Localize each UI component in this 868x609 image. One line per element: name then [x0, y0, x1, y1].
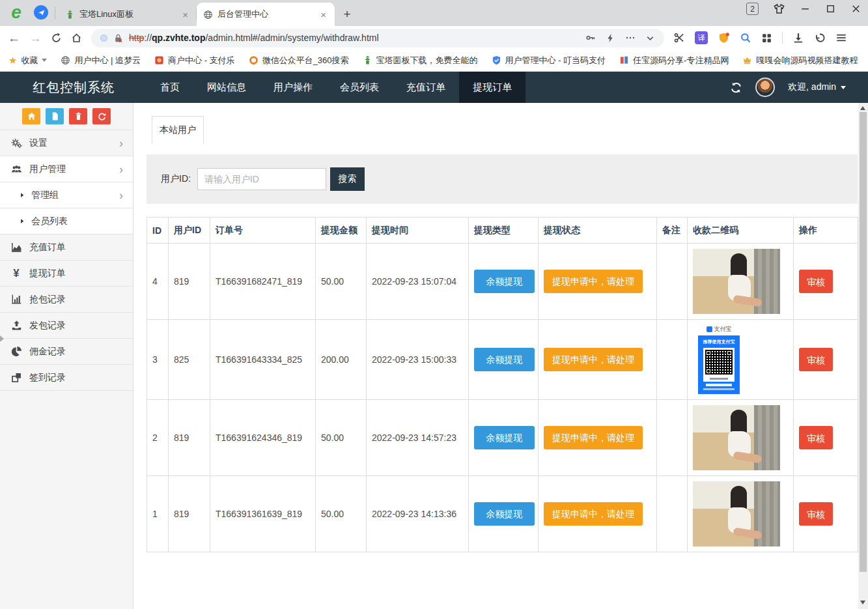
nav-item-home[interactable]: 首页	[147, 72, 193, 103]
tab-close-icon[interactable]: ×	[318, 9, 328, 20]
cell-action: 审核	[794, 244, 858, 320]
bookmark-item[interactable]: 用户管理中心 - 叮当码支付	[492, 55, 606, 66]
avatar[interactable]	[755, 78, 775, 97]
translate-icon[interactable]: 译	[695, 31, 708, 44]
apps-grid-icon[interactable]	[761, 33, 772, 44]
table-row: 4 819 T166391682471_819 50.00 2022-09-23…	[147, 244, 858, 320]
tab-close-icon[interactable]: ×	[180, 9, 190, 20]
cell-qr: 支付宝 推荐使用支付宝	[688, 400, 794, 476]
browser-account-icon[interactable]	[34, 5, 48, 20]
withdraw-status-badge[interactable]: 提现申请中，请处理	[544, 270, 643, 293]
search-button[interactable]: 搜索	[330, 167, 365, 191]
browser-toolbar: ← → http://qp.zvhte.top/admin.html#/admi…	[0, 26, 868, 50]
receipt-photo[interactable]	[693, 249, 780, 314]
withdraw-type-badge[interactable]: 余额提现	[474, 348, 535, 371]
nav-item-site-info[interactable]: 网站信息	[193, 72, 260, 103]
bookmark-item[interactable]: 嘎嘎会响源码视频搭建教程	[742, 55, 858, 66]
sidebar-item-withdraw-orders[interactable]: ¥ 提现订单 ›	[0, 261, 133, 287]
search-magnifier-icon[interactable]	[740, 32, 751, 44]
new-tab-button[interactable]: +	[339, 6, 356, 23]
sidebar-collapse-icon[interactable]	[0, 335, 4, 342]
audit-button[interactable]: 审核	[799, 270, 833, 293]
sidebar-item-recharge-orders[interactable]: 充值订单 ›	[0, 234, 133, 261]
sidebar-item-grab-records[interactable]: 抢包记录 ›	[0, 287, 133, 313]
sidebar-item-admin-group[interactable]: 管理组 ›	[0, 182, 133, 208]
screenshot-scissors-icon[interactable]	[673, 32, 685, 44]
sidebar-item-user-management[interactable]: 用户管理 ›	[0, 156, 133, 182]
recycle-button[interactable]	[92, 108, 111, 124]
cell-status: 提现申请中，请处理	[539, 320, 657, 400]
scrollbar-thumb[interactable]	[860, 112, 867, 572]
refresh-icon[interactable]	[730, 81, 742, 94]
withdraw-status-badge[interactable]: 提现申请中，请处理	[544, 426, 643, 449]
trash-button[interactable]	[69, 108, 87, 124]
audit-button[interactable]: 审核	[799, 348, 833, 371]
nav-item-user-operations[interactable]: 用户操作	[260, 72, 326, 103]
file-button[interactable]	[46, 108, 64, 124]
flash-icon[interactable]	[606, 33, 615, 43]
receipt-photo[interactable]	[693, 405, 780, 470]
cell-qr: 支付宝 推荐使用支付宝	[688, 244, 794, 320]
skin-icon[interactable]	[773, 3, 785, 15]
sidebar-item-send-records[interactable]: 发包记录 ›	[0, 313, 133, 339]
favorites-button[interactable]: ★ 收藏	[8, 55, 47, 66]
audit-button[interactable]: 审核	[799, 426, 833, 449]
nav-item-recharge-orders[interactable]: 充值订单	[393, 72, 459, 103]
tab-local-users[interactable]: 本站用户	[152, 116, 204, 143]
forward-icon[interactable]: →	[29, 32, 42, 44]
home-button[interactable]	[22, 108, 40, 124]
chevron-down-icon[interactable]	[645, 33, 655, 43]
sidebar-item-member-list[interactable]: 会员列表 ›	[0, 208, 133, 234]
more-dots-icon[interactable]	[625, 33, 636, 43]
withdraw-type-badge[interactable]: 余额提现	[474, 502, 535, 526]
sidebar-item-checkin-records[interactable]: 签到记录 ›	[0, 365, 133, 391]
password-key-icon[interactable]	[585, 33, 596, 43]
bookmark-label: 用户中心 | 追梦云	[74, 55, 141, 66]
maximize-button[interactable]	[825, 3, 836, 14]
bookmark-item[interactable]: 微信公众平台_360搜索	[249, 55, 349, 66]
menu-hamburger-icon[interactable]	[835, 32, 847, 44]
browser-tab[interactable]: 宝塔Linux面板 ×	[59, 3, 197, 26]
bookmark-item[interactable]: 商户中心 - 支付乐	[154, 55, 235, 66]
reload-icon[interactable]	[51, 33, 62, 44]
home-icon[interactable]	[71, 33, 82, 44]
withdraw-type-badge[interactable]: 余额提现	[474, 426, 535, 449]
user-id-input[interactable]	[197, 168, 326, 190]
browser-tab-strip: e 宝塔Linux面板 × 后台管理中心 × + 2	[0, 0, 868, 26]
audit-button[interactable]: 审核	[799, 502, 833, 526]
nav-item-member-list[interactable]: 会员列表	[326, 72, 393, 103]
alipay-qr[interactable]: 支付宝 推荐使用支付宝	[693, 325, 745, 394]
scroll-up-icon[interactable]	[860, 106, 865, 110]
minimize-button[interactable]	[800, 3, 811, 14]
receipt-photo[interactable]	[693, 481, 780, 546]
back-icon[interactable]: ←	[8, 32, 20, 44]
sidebar-item-settings[interactable]: 设置 ›	[0, 130, 133, 156]
security-shield-icon[interactable]	[718, 32, 730, 44]
user-menu[interactable]: 欢迎, admin	[788, 81, 846, 93]
bookmark-item[interactable]: 宝塔面板下载，免费全能的	[363, 55, 478, 66]
chevron-right-icon: ›	[119, 137, 123, 149]
sidebar-item-commission-records[interactable]: 佣金记录 ›	[0, 339, 133, 365]
withdraw-type-badge[interactable]: 余额提现	[474, 270, 535, 293]
bookmark-item[interactable]: 任宝源码分享-专注精品网	[619, 55, 729, 66]
withdraw-status-badge[interactable]: 提现申请中，请处理	[544, 348, 643, 371]
bookmark-label: 嘎嘎会响源码视频搭建教程	[756, 55, 858, 66]
cell-order-no: T166391361639_819	[210, 476, 316, 552]
browser-tab[interactable]: 后台管理中心 ×	[197, 3, 335, 26]
bookmark-item[interactable]: 用户中心 | 追梦云	[61, 55, 141, 66]
nav-item-withdraw-orders[interactable]: 提现订单	[459, 72, 525, 103]
site-info-icon[interactable]	[100, 35, 107, 42]
cell-user-id: 819	[169, 400, 210, 476]
browser-logo-icon[interactable]: e	[7, 3, 26, 22]
table-row: 2 819 T166391624346_819 50.00 2022-09-23…	[147, 400, 858, 476]
insecure-lock-icon[interactable]	[113, 33, 123, 43]
divider	[55, 7, 55, 20]
withdraw-status-badge[interactable]: 提现申请中，请处理	[544, 502, 643, 526]
tab-count-badge[interactable]: 2	[746, 3, 759, 15]
scroll-down-icon[interactable]	[860, 601, 865, 604]
download-icon[interactable]	[792, 32, 804, 44]
scrollbar[interactable]	[858, 103, 868, 609]
address-bar[interactable]: http://qp.zvhte.top/admin.html#/admin/sy…	[91, 29, 664, 48]
undo-icon[interactable]	[814, 32, 826, 44]
close-button[interactable]	[850, 3, 861, 14]
